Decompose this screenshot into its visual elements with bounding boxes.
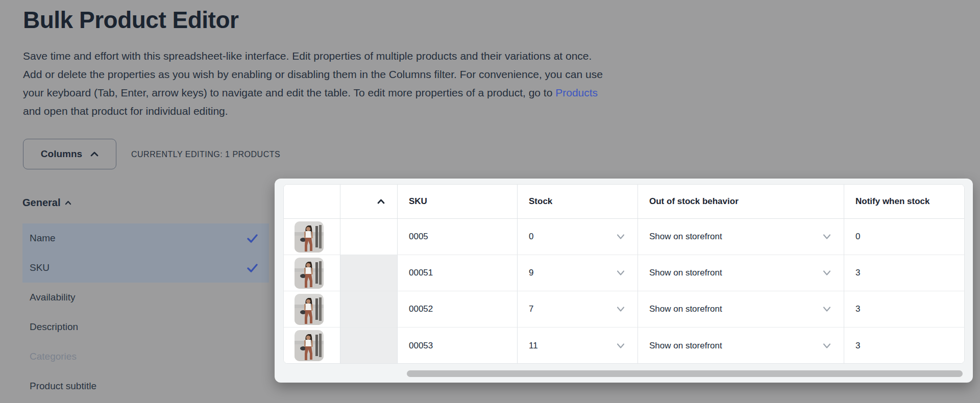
variation-indicator-cell	[340, 291, 398, 328]
horizontal-scrollbar[interactable]	[275, 364, 973, 383]
variation-indicator-cell	[340, 328, 398, 364]
editing-status: CURRENTLY EDITING: 1 PRODUCTS	[131, 150, 280, 159]
sku-cell[interactable]: 00052	[398, 291, 518, 328]
out-of-stock-behavior-cell[interactable]: Show on storefront	[638, 328, 844, 364]
check-icon	[247, 264, 258, 272]
chevron-down-icon[interactable]	[823, 343, 831, 348]
chevron-up-icon	[90, 152, 99, 157]
stock-value: 0	[529, 232, 533, 242]
column-option-label: Categories	[30, 351, 77, 362]
column-header-stock[interactable]: Stock	[518, 185, 638, 219]
sku-cell[interactable]: 00053	[398, 328, 518, 364]
sidebar-item-name[interactable]: Name	[22, 223, 269, 253]
section-general-toggle[interactable]: General	[22, 197, 71, 209]
intro-line-1: Save time and effort with this spreadshe…	[23, 47, 603, 65]
intro-paragraph: Save time and effort with this spreadshe…	[23, 47, 603, 120]
product-image-cell[interactable]	[284, 328, 340, 364]
bulk-product-editor-page: Bulk Product Editor Save time and effort…	[0, 0, 980, 403]
intro-line-4: and open that product for individual edi…	[23, 102, 603, 120]
sidebar-item-sku[interactable]: SKU	[22, 253, 269, 283]
column-option-label: Name	[30, 233, 56, 244]
variation-indicator-cell	[340, 219, 398, 255]
page-title: Bulk Product Editor	[23, 6, 238, 34]
product-thumbnail	[295, 294, 324, 325]
sort-ascending-icon[interactable]	[377, 199, 385, 204]
columns-panel: Name SKU Availability Description Catego…	[22, 223, 269, 401]
out-of-stock-behavior-cell[interactable]: Show on storefront	[638, 219, 844, 255]
behavior-value: Show on storefront	[649, 304, 722, 314]
sku-cell[interactable]: 0005	[398, 219, 518, 255]
product-image-cell[interactable]	[284, 291, 340, 328]
product-image-cell[interactable]	[284, 255, 340, 291]
column-option-label: Availability	[30, 292, 75, 303]
chevron-down-icon[interactable]	[823, 234, 831, 240]
stock-cell[interactable]: 9	[518, 255, 638, 291]
sidebar-item-product-subtitle[interactable]: Product subtitle	[22, 371, 269, 401]
chevron-down-icon[interactable]	[823, 307, 831, 312]
behavior-value: Show on storefront	[649, 341, 722, 351]
out-of-stock-behavior-cell[interactable]: Show on storefront	[638, 255, 844, 291]
intro-line-2: Add or delete the properties as you wish…	[23, 65, 603, 84]
stock-value: 7	[529, 304, 533, 314]
sidebar-item-description[interactable]: Description	[22, 312, 269, 342]
product-thumbnail	[295, 330, 324, 361]
stock-cell[interactable]: 0	[518, 219, 638, 255]
column-option-label: SKU	[30, 262, 50, 273]
variation-indicator-cell	[340, 255, 398, 291]
product-table: SKU Stock Out of stock behavior Notify w…	[283, 184, 965, 364]
stock-cell[interactable]: 11	[518, 328, 638, 364]
chevron-down-icon[interactable]	[617, 307, 625, 312]
chevron-down-icon[interactable]	[823, 270, 831, 276]
column-header-out-of-stock[interactable]: Out of stock behavior	[638, 185, 844, 219]
products-link[interactable]: Products	[555, 87, 598, 98]
check-icon	[247, 234, 258, 243]
stock-value: 11	[529, 341, 538, 351]
section-general-label: General	[22, 197, 60, 209]
product-thumbnail	[295, 258, 324, 289]
intro-line-3: your keyboard (Tab, Enter, arrow keys) t…	[23, 84, 603, 102]
sku-cell[interactable]: 00051	[398, 255, 518, 291]
stock-cell[interactable]: 7	[518, 291, 638, 328]
column-header-notify[interactable]: Notify when stock	[844, 185, 964, 219]
column-header-sort[interactable]	[340, 185, 398, 219]
intro-line-3-text: your keyboard (Tab, Enter, arrow keys) t…	[23, 87, 555, 98]
notify-cell[interactable]: 0	[844, 219, 964, 255]
chevron-up-icon	[65, 200, 71, 205]
column-option-label: Description	[30, 321, 78, 333]
product-thumbnail	[295, 221, 324, 253]
chevron-down-icon[interactable]	[617, 343, 625, 348]
notify-cell[interactable]: 3	[844, 291, 964, 328]
stock-value: 9	[529, 268, 533, 278]
out-of-stock-behavior-cell[interactable]: Show on storefront	[638, 291, 844, 328]
product-image-cell[interactable]	[284, 219, 340, 255]
column-header-image	[284, 185, 340, 219]
columns-button-label: Columns	[41, 148, 82, 160]
products-table-panel: SKU Stock Out of stock behavior Notify w…	[275, 179, 973, 383]
chevron-down-icon[interactable]	[617, 234, 625, 240]
behavior-value: Show on storefront	[649, 268, 722, 278]
columns-button[interactable]: Columns	[23, 139, 116, 169]
sidebar-item-categories: Categories	[22, 342, 269, 371]
notify-cell[interactable]: 3	[844, 328, 964, 364]
behavior-value: Show on storefront	[649, 232, 722, 242]
chevron-down-icon[interactable]	[617, 270, 625, 276]
scrollbar-thumb[interactable]	[407, 370, 963, 377]
sidebar-item-availability[interactable]: Availability	[22, 283, 269, 312]
column-header-sku[interactable]: SKU	[398, 185, 518, 219]
column-option-label: Product subtitle	[30, 381, 96, 392]
notify-cell[interactable]: 3	[844, 255, 964, 291]
